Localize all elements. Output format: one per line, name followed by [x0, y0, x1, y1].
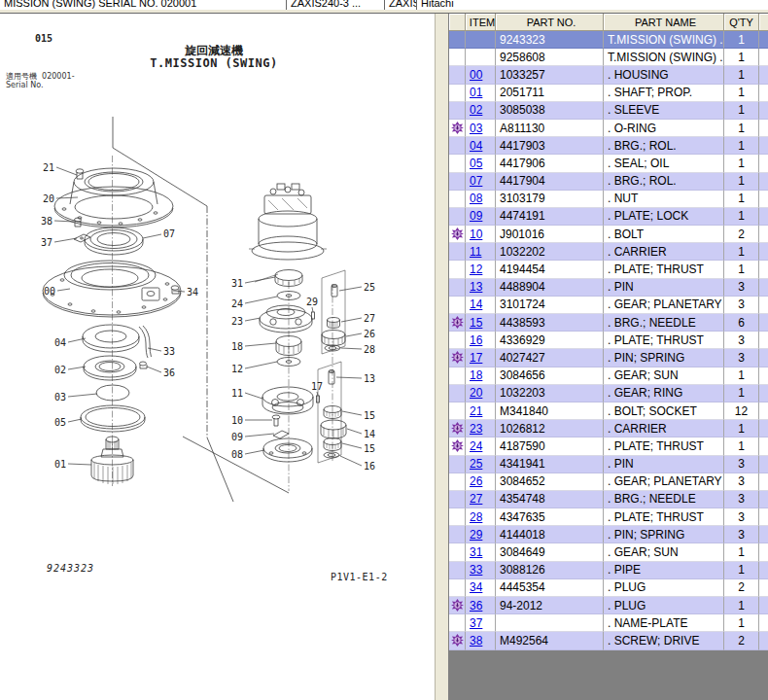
part-row[interactable]: 154438593. BRG.; NEEDLE6	[449, 314, 768, 332]
part-row[interactable]: 094474191. PLATE; LOCK1	[449, 208, 768, 226]
part-name-cell: . BRG.; NEEDLE	[604, 491, 724, 508]
item-link[interactable]: 16	[470, 333, 482, 347]
part-row[interactable]: 134488904. PIN3	[449, 279, 768, 297]
part-row[interactable]: 111032202. CARRIER1	[449, 243, 768, 261]
callout-number: 01	[54, 459, 66, 470]
part-row[interactable]: 38M492564. SCREW; DRIVE2	[449, 632, 768, 649]
item-link[interactable]: 26	[470, 474, 482, 488]
item-link[interactable]: 38	[470, 634, 482, 648]
item-link[interactable]: 25	[470, 457, 482, 471]
part-no-cell: 3085038	[496, 102, 604, 120]
item-link[interactable]: 14	[470, 298, 482, 311]
part-row[interactable]: 284347635. PLATE; THRUST3	[449, 508, 768, 526]
item-link[interactable]: 20	[470, 386, 482, 400]
item-link[interactable]: 05	[470, 157, 482, 170]
item-link[interactable]: 21	[470, 404, 482, 418]
item-link[interactable]: 18	[470, 368, 482, 382]
top-tab[interactable]: ZAXIS240-3 ...	[286, 0, 384, 10]
part-name-cell: . BRG.; ROL.	[604, 173, 724, 191]
item-link[interactable]: 37	[470, 616, 482, 630]
part-row[interactable]: 231026812. CARRIER1	[449, 420, 768, 438]
part-row[interactable]: 164336929. PLATE; THRUST3	[449, 332, 768, 349]
part-no-cell: 3088126	[496, 562, 604, 579]
item-link[interactable]: 24	[470, 439, 482, 453]
part-row[interactable]: 001033257. HOUSING1	[449, 66, 768, 84]
qty-cell: 3	[724, 332, 759, 349]
part-row[interactable]: 124194454. PLATE; THRUST1	[449, 261, 768, 278]
item-link[interactable]: 33	[470, 563, 482, 577]
item-link[interactable]: 03	[470, 122, 482, 135]
part-row[interactable]: 333088126. PIPE1	[449, 562, 768, 579]
item-link[interactable]: 17	[470, 351, 482, 365]
part-name-cell: . PLATE; THRUST	[604, 438, 724, 455]
part-row[interactable]: 37. NAME-PLATE1	[449, 614, 768, 632]
part-row[interactable]: 244187590. PLATE; THRUST1	[449, 438, 768, 455]
top-tab[interactable]: Hitachi	[416, 0, 485, 10]
callout-number: 28	[364, 344, 375, 355]
item-link[interactable]: 04	[470, 139, 482, 153]
item-link[interactable]: 08	[470, 192, 482, 205]
item-link[interactable]: 13	[470, 280, 482, 294]
part-row[interactable]: 023085038. SLEEVE1	[449, 102, 768, 120]
part-name-cell: . PLUG	[604, 597, 724, 614]
item-cell: 13	[466, 279, 496, 297]
item-link[interactable]: 28	[470, 510, 482, 524]
item-link[interactable]: 07	[470, 174, 482, 188]
part-name-cell: . NUT	[604, 191, 724, 208]
item-link[interactable]: 36	[470, 599, 482, 612]
row-sliver	[759, 402, 768, 420]
item-link[interactable]: 11	[470, 245, 481, 259]
item-link[interactable]: 10	[470, 228, 482, 241]
qty-cell: 1	[724, 543, 759, 561]
part-row[interactable]: 143101724. GEAR; PLANETARY3	[449, 297, 768, 314]
part-row[interactable]: 254341941. PIN3	[449, 456, 768, 473]
item-link[interactable]: 27	[470, 492, 482, 506]
top-tab[interactable]: MISSION (SWING) SERIAL NO. 020001	[0, 0, 286, 10]
part-row[interactable]: 183084656. GEAR; SUN1	[449, 368, 768, 385]
part-row[interactable]: 9243323T.MISSION (SWING) ..1	[449, 31, 768, 49]
part-row[interactable]: 044417903. BRG.; ROL.1	[449, 137, 768, 155]
top-tab[interactable]: ZAXIS240-3	[384, 0, 416, 10]
part-row[interactable]: 03A811130. O-RING1	[449, 120, 768, 137]
item-link[interactable]: 12	[470, 262, 482, 276]
part-row[interactable]: 263084652. GEAR; PLANETARY3	[449, 473, 768, 491]
qty-cell: 3	[724, 456, 759, 473]
part-row[interactable]: 313084649. GEAR; SUN1	[449, 543, 768, 561]
item-link[interactable]: 00	[470, 68, 482, 82]
item-link[interactable]: 09	[470, 209, 482, 223]
part-no-cell: 4417903	[496, 137, 604, 155]
part-name-cell: . BOLT	[604, 226, 724, 243]
item-link[interactable]: 15	[470, 316, 482, 330]
item-link[interactable]: 31	[470, 545, 482, 559]
part-name-cell: . SCREW; DRIVE	[604, 632, 724, 649]
item-cell: 11	[466, 243, 496, 261]
row-sliver	[759, 66, 768, 84]
service-icon-cell	[449, 473, 466, 491]
item-link[interactable]: 34	[470, 580, 482, 594]
service-icon-cell	[449, 120, 466, 137]
part-row[interactable]: 201032203. GEAR; RING1	[449, 385, 768, 402]
item-link[interactable]: 02	[470, 103, 482, 117]
part-row[interactable]: 3694-2012. PLUG1	[449, 597, 768, 614]
part-row[interactable]: 294144018. PIN; SPRING3	[449, 526, 768, 543]
part-row[interactable]: 083103179. NUT1	[449, 191, 768, 208]
item-link[interactable]: 01	[470, 86, 482, 99]
part-lock-plate-09	[273, 431, 289, 438]
part-row[interactable]: 9258608T.MISSION (SWING) ..1	[449, 49, 768, 66]
item-link[interactable]: 23	[470, 422, 482, 436]
part-row[interactable]: 174027427. PIN; SPRING3	[449, 349, 768, 367]
part-row[interactable]: 054417906. SEAL; OIL1	[449, 155, 768, 172]
part-row[interactable]: 074417904. BRG.; ROL.1	[449, 173, 768, 191]
callout-layer: 2120383707003404330236030501312429232527…	[41, 162, 375, 472]
column-header	[759, 14, 768, 31]
item-link[interactable]: 29	[470, 528, 482, 542]
qty-cell: 1	[724, 31, 759, 49]
part-row[interactable]: 274354748. BRG.; NEEDLE3	[449, 491, 768, 508]
part-row[interactable]: 344445354. PLUG2	[449, 579, 768, 597]
qty-cell: 3	[724, 508, 759, 526]
part-row[interactable]: 10J901016. BOLT2	[449, 226, 768, 243]
item-cell: 28	[466, 508, 496, 526]
part-row[interactable]: 21M341840. BOLT; SOCKET12	[449, 402, 768, 420]
part-row[interactable]: 012051711. SHAFT; PROP.1	[449, 85, 768, 102]
panel-divider[interactable]	[436, 14, 449, 700]
